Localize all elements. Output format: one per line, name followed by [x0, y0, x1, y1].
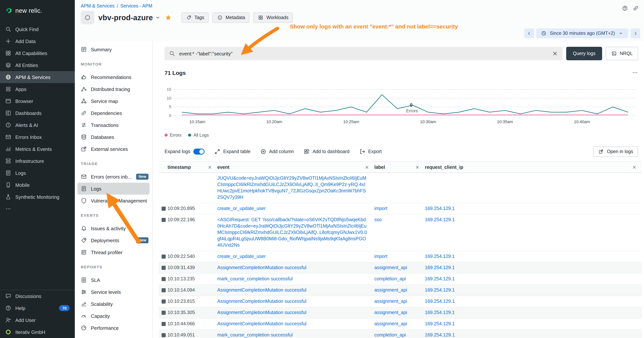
- log-ip-link[interactable]: 169.254.129.1: [425, 276, 642, 282]
- clear-query-icon[interactable]: [552, 51, 558, 57]
- row-select-box[interactable]: [162, 311, 166, 315]
- column-header-timestamp[interactable]: timestamp: [168, 165, 217, 170]
- entity-nav-item-vulnerability-management[interactable]: Vulnerability Management: [75, 195, 152, 207]
- sidebar-item-iterativ-gmbh[interactable]: Iterativ GmbH: [0, 326, 75, 338]
- sidebar-item-metrics-events[interactable]: Metrics & Events: [0, 143, 75, 155]
- log-row[interactable]: 10:10:35.305AssignmentCompletionMutation…: [158, 307, 642, 318]
- sidebar-item-mobile[interactable]: Mobile: [0, 179, 75, 191]
- row-select-box[interactable]: [162, 322, 166, 326]
- log-query-input[interactable]: [178, 50, 549, 57]
- nrql-button[interactable]: NRQL: [606, 47, 638, 60]
- log-label-link[interactable]: assignment_api: [374, 321, 425, 327]
- entity-nav-item-databases[interactable]: Databases: [75, 131, 152, 143]
- entity-nav-item-external-services[interactable]: External services: [75, 143, 152, 155]
- breadcrumb-link[interactable]: APM & Services: [81, 3, 115, 9]
- add-to-dashboard-button[interactable]: Add to dashboard: [304, 149, 350, 155]
- log-label-link[interactable]: import: [374, 205, 425, 212]
- tags-chip[interactable]: Tags: [182, 12, 209, 23]
- log-event-link[interactable]: AssignmentCompletionMutation successful: [217, 287, 374, 293]
- row-select-box[interactable]: [162, 266, 166, 270]
- log-event-link[interactable]: AssignmentCompletionMutation successful: [217, 321, 374, 327]
- entity-nav-item-summary[interactable]: Summary: [75, 44, 152, 55]
- row-select-box[interactable]: [162, 288, 166, 292]
- sidebar-item-apm-services[interactable]: APM & Services: [0, 71, 75, 83]
- entity-nav-item-distributed-tracing[interactable]: Distributed tracing: [75, 83, 152, 95]
- legend-item-errors[interactable]: Errors: [164, 133, 182, 137]
- log-row[interactable]: 10:10:13.235mark_course_completion succe…: [158, 274, 642, 285]
- sidebar-item-synthetic-monitoring[interactable]: Synthetic Monitoring: [0, 191, 75, 203]
- log-ip-link[interactable]: 169.254.129.1: [425, 205, 642, 212]
- add-column-button[interactable]: Add column: [260, 149, 294, 155]
- time-picker[interactable]: Since 30 minutes ago (GMT+2): [536, 29, 628, 38]
- log-event-link[interactable]: AssignmentCompletionMutation successful: [217, 298, 374, 305]
- row-select-box[interactable]: [162, 254, 166, 259]
- row-select-box[interactable]: [162, 299, 166, 303]
- entity-nav-item-deployments[interactable]: DeploymentsNew: [75, 234, 152, 246]
- log-row[interactable]: 10:10:44.066AssignmentCompletionMutation…: [158, 318, 642, 330]
- log-ip-link[interactable]: 169.254.129.1: [425, 253, 642, 260]
- sidebar-item-more[interactable]: [0, 203, 75, 215]
- log-event-link[interactable]: create_or_update_user: [217, 205, 374, 212]
- log-ip-link[interactable]: 169.254.129.1: [425, 287, 642, 293]
- sidebar-item-all-entities[interactable]: All Entities: [0, 59, 75, 71]
- sidebar-item-logs[interactable]: Logs: [0, 167, 75, 179]
- sidebar-item-all-capabilities[interactable]: All Capabilities: [0, 47, 75, 59]
- legend-item-all-logs[interactable]: All Logs: [188, 133, 209, 137]
- log-row[interactable]: 10:09:20.895create_or_update_userimport1…: [158, 203, 642, 214]
- log-ip-link[interactable]: 169.254.129.1: [425, 332, 642, 338]
- entity-nav-item-thread-profiler[interactable]: Thread profiler: [75, 246, 152, 258]
- remove-column-icon[interactable]: [207, 165, 213, 169]
- sidebar-item-apps[interactable]: Apps: [0, 83, 75, 95]
- log-row[interactable]: 10:10:14.094AssignmentCompletionMutation…: [158, 285, 642, 296]
- column-header-label[interactable]: label: [374, 165, 425, 170]
- log-row[interactable]: 10:10:49.051mark_course_completion succe…: [158, 330, 642, 338]
- more-options-icon[interactable]: [632, 70, 638, 76]
- entity-nav-item-sla[interactable]: SLA: [75, 274, 152, 286]
- entity-nav-item-dependencies[interactable]: Dependencies: [75, 107, 152, 119]
- log-label-link[interactable]: assignment_api: [374, 287, 425, 293]
- permalink-icon[interactable]: [633, 5, 639, 12]
- log-ip-link[interactable]: 169.254.129.1: [425, 309, 642, 316]
- breadcrumb-link[interactable]: Services - APM: [120, 3, 152, 9]
- sidebar-item-infrastructure[interactable]: Infrastructure: [0, 155, 75, 167]
- log-label-link[interactable]: sso: [374, 217, 425, 223]
- sidebar-item-browser[interactable]: Browser: [0, 95, 75, 107]
- row-select-box[interactable]: [162, 218, 166, 222]
- time-back-button[interactable]: [524, 29, 534, 38]
- workloads-chip[interactable]: Workloads: [253, 12, 293, 23]
- log-row[interactable]: 10:09:22.540create_or_update_userimport1…: [158, 251, 642, 262]
- sidebar-item-add-data[interactable]: Add Data: [0, 35, 75, 47]
- log-event-link[interactable]: AssignmentCompletionMutation successful: [217, 309, 374, 316]
- entity-nav-item-service-levels[interactable]: Service levels: [75, 286, 152, 298]
- log-event-link[interactable]: <ASGIRequest: GET '/sso/callback/?state=…: [217, 217, 374, 248]
- log-ip-link[interactable]: 169.254.129.1: [425, 217, 642, 223]
- sidebar-item-add-user[interactable]: Add User: [0, 314, 75, 326]
- sidebar-item-help[interactable]: Help70: [0, 302, 75, 314]
- entity-nav-item-capacity[interactable]: Capacity: [75, 310, 152, 322]
- column-header-request-client-ip[interactable]: request_client_ip: [425, 165, 642, 170]
- log-ip-link[interactable]: 169.254.129.1: [425, 321, 642, 327]
- entity-nav-item-recommendations[interactable]: Recommendations: [75, 71, 152, 83]
- row-select-box[interactable]: [162, 207, 166, 211]
- entity-nav-item-performance[interactable]: Performance: [75, 322, 152, 334]
- export-button[interactable]: Export: [359, 149, 382, 155]
- log-label-link[interactable]: completion_api: [374, 276, 425, 282]
- column-header-event[interactable]: event: [217, 165, 374, 170]
- log-event-link[interactable]: AssignmentCompletionMutation successful: [217, 265, 374, 271]
- expand-logs-toggle-on[interactable]: [193, 149, 204, 155]
- log-row[interactable]: JUQVU&code=eyJraWQiOiJjcGltY29yZV8wOTl1M…: [158, 173, 642, 203]
- newrelic-logo[interactable]: new relic.: [0, 0, 75, 21]
- sidebar-item-dashboards[interactable]: Dashboards: [0, 107, 75, 119]
- metadata-chip[interactable]: Metadata: [212, 12, 250, 23]
- expand-table-button[interactable]: Expand table: [214, 149, 250, 155]
- remove-column-icon[interactable]: [631, 165, 637, 169]
- sidebar-item-errors-inbox[interactable]: Errors Inbox: [0, 131, 75, 143]
- log-row[interactable]: 10:09:22.196<ASGIRequest: GET '/sso/call…: [158, 214, 642, 251]
- entity-nav-item-transactions[interactable]: Transactions: [75, 119, 152, 131]
- log-label-link[interactable]: completion_api: [374, 332, 425, 338]
- expand-logs-control[interactable]: Expand logs: [164, 149, 204, 155]
- help-icon[interactable]: [622, 5, 628, 12]
- log-label-link[interactable]: import: [374, 253, 425, 260]
- remove-column-icon[interactable]: [414, 165, 420, 169]
- open-in-logs-button[interactable]: Open in logs: [593, 146, 638, 157]
